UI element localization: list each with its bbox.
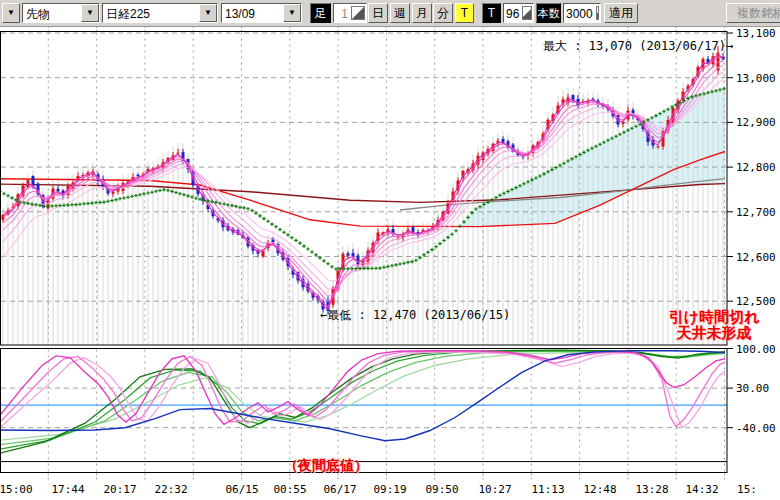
chart-area[interactable]: 13,10013,00012,90012,80012,70012,60012,5… [0,0,780,500]
time-axis-label: 15: [737,483,757,496]
contract-month-value: 13/09 [222,4,283,22]
price-axis-label: 13,100 [736,27,776,40]
apply-button[interactable]: 適用 [604,3,638,23]
time-axis-label: 20:17 [103,483,136,496]
period-month-button[interactable]: 月 [412,3,432,23]
tick-button[interactable]: T [455,3,474,23]
price-axis-label: 12,600 [736,251,776,264]
chart-type-dropdown[interactable]: ▼ [2,3,20,23]
honsu-label: 本数 [536,3,561,23]
time-axis-label: 06/15 [225,483,258,496]
time-axis-label: 15:00 [0,483,33,496]
price-axis-label: 12,800 [736,161,776,174]
time-axis-label: 17:44 [51,483,84,496]
time-axis-label: 09:19 [373,483,406,496]
spinner-icon[interactable] [351,6,365,20]
count-spinner[interactable]: 3000 [563,3,601,23]
osc-axis-label: 100.00 [736,343,776,356]
interval-spinner[interactable]: 1 [333,3,367,23]
osc-axis-label: 30.00 [736,382,769,395]
dropdown-arrow-icon[interactable]: ▼ [81,4,99,22]
t-button[interactable]: T [482,3,501,23]
annotation-alert: 引け時間切れ 天井未形成 [663,309,765,341]
period-minute-button[interactable]: 分 [433,3,453,23]
price-axis-label: 13,000 [736,72,776,85]
chart-canvas[interactable]: 13,10013,00012,90012,80012,70012,60012,5… [0,0,780,500]
price-axis-label: 12,900 [736,116,776,129]
toolbar: ▼ 先物 ▼ 日経225 ▼ 13/09 ▼ 足 1 日 週 月 分 T T 9… [0,0,780,27]
count-value: 3000 [564,4,595,22]
period-day-button[interactable]: 日 [368,3,388,23]
annotation-max: 最大 : 13,070 (2013/06/17)→ [543,38,733,55]
price-axis-label: 12,500 [736,295,776,308]
osc-axis-label: -40.00 [736,422,776,435]
bars-value: 96 [504,4,521,22]
time-axis-label: 14:32 [685,483,718,496]
spinner-icon[interactable] [522,6,532,20]
annotation-alert-line2: 天井未形成 [663,325,765,341]
instrument-value: 先物 [23,4,81,22]
symbol-combo[interactable]: 日経225 ▼ [102,3,218,23]
contract-month-combo[interactable]: 13/09 ▼ [221,3,302,23]
time-axis-label: 06/17 [323,483,356,496]
annotation-min: ←最低 : 12,470 (2013/06/15) [320,307,510,324]
period-week-button[interactable]: 週 [390,3,410,23]
dropdown-arrow-icon[interactable]: ▼ [199,4,217,22]
instrument-combo[interactable]: 先物 ▼ [22,3,100,23]
time-axis-label: 09:50 [425,483,458,496]
time-axis-label: 10:27 [478,483,511,496]
spinner-icon[interactable] [596,6,599,20]
symbol-value: 日経225 [103,4,199,22]
time-axis-label: 00:55 [273,483,306,496]
time-axis-label: 11:13 [531,483,564,496]
price-axis-label: 12,700 [736,206,776,219]
ashi-button[interactable]: 足 [310,3,331,23]
time-axis-label: 13:28 [635,483,668,496]
dropdown-arrow-icon[interactable]: ▼ [283,4,301,22]
annotation-alert-line1: 引け時間切れ [663,309,765,325]
bars-spinner[interactable]: 96 [503,3,534,23]
interval-value: 1 [334,4,350,22]
annotation-night-low: （夜間底値） [284,457,368,475]
multi-symbol-button[interactable]: 複数銘柄 [726,3,780,23]
time-axis-label: 22:32 [154,483,187,496]
time-axis-label: 12:48 [583,483,616,496]
